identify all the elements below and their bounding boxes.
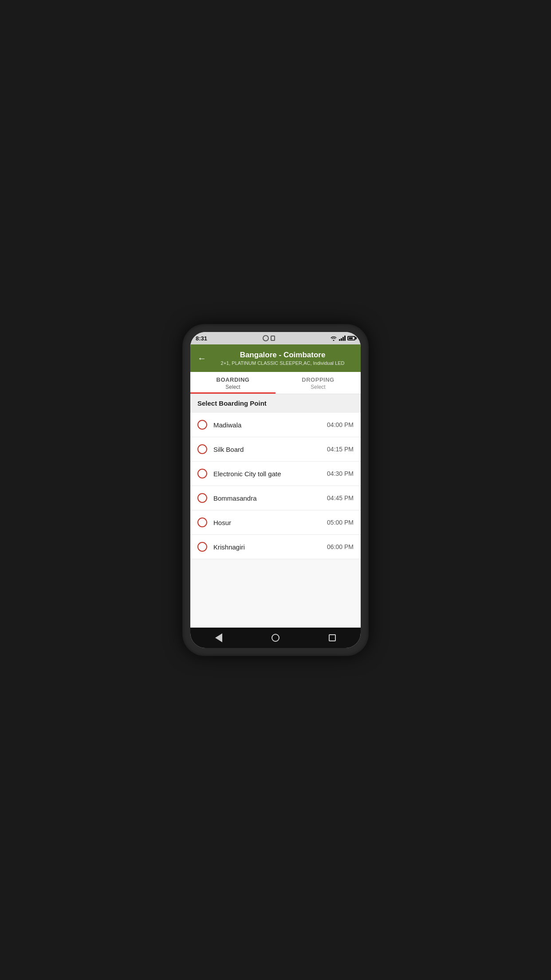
app-header: ← Bangalore - Coimbatore 2+1, PLATINUM C… <box>190 344 361 372</box>
nav-recent-button[interactable] <box>326 631 339 644</box>
boarding-point-name: Madiwala <box>213 421 327 429</box>
boarding-point-time: 05:00 PM <box>327 519 354 526</box>
wifi-icon <box>330 336 337 341</box>
nav-back-button[interactable] <box>212 631 225 644</box>
tab-dropping[interactable]: DROPPING Select <box>276 372 361 394</box>
boarding-point-time: 04:45 PM <box>327 494 354 502</box>
status-left-icons <box>263 335 275 341</box>
phone-frame: 8:31 <box>182 324 369 656</box>
lock-icon <box>271 336 275 341</box>
circle-icon <box>263 335 269 341</box>
boarding-point-name: Silk Board <box>213 446 327 453</box>
section-title: Select Boarding Point <box>197 399 267 407</box>
tab-boarding[interactable]: BOARDING Select <box>190 372 276 394</box>
radio-button[interactable] <box>197 493 207 503</box>
status-right-icons <box>330 336 355 341</box>
home-circle-icon <box>272 634 279 642</box>
radio-button[interactable] <box>197 469 207 478</box>
boarding-item[interactable]: Madiwala04:00 PM <box>190 413 361 437</box>
boarding-item[interactable]: Electronic City toll gate04:30 PM <box>190 462 361 486</box>
boarding-point-name: Hosur <box>213 519 327 526</box>
battery-icon <box>347 336 355 340</box>
phone-screen: 8:31 <box>190 332 361 648</box>
boarding-point-time: 04:15 PM <box>327 446 354 453</box>
tab-boarding-label: BOARDING <box>190 376 276 383</box>
section-header: Select Boarding Point <box>190 394 361 413</box>
back-button[interactable]: ← <box>197 353 206 364</box>
header-title-block: Bangalore - Coimbatore 2+1, PLATINUM CLA… <box>212 351 354 366</box>
boarding-point-time: 04:00 PM <box>327 421 354 428</box>
boarding-point-time: 06:00 PM <box>327 543 354 550</box>
boarding-item[interactable]: Krishnagiri06:00 PM <box>190 535 361 559</box>
boarding-point-name: Bommasandra <box>213 494 327 502</box>
bottom-nav <box>190 628 361 648</box>
header-main-title: Bangalore - Coimbatore <box>212 351 354 360</box>
recent-square-icon <box>329 634 336 641</box>
back-triangle-icon <box>215 633 222 642</box>
boarding-item[interactable]: Silk Board04:15 PM <box>190 437 361 462</box>
radio-button[interactable] <box>197 420 207 430</box>
boarding-point-name: Electronic City toll gate <box>213 470 327 478</box>
status-bar: 8:31 <box>190 332 361 344</box>
radio-button[interactable] <box>197 542 207 552</box>
signal-icon <box>339 336 346 341</box>
boarding-list: Madiwala04:00 PMSilk Board04:15 PMElectr… <box>190 413 361 559</box>
content-area: Select Boarding Point Madiwala04:00 PMSi… <box>190 394 361 628</box>
tab-dropping-sublabel: Select <box>276 384 361 390</box>
boarding-point-name: Krishnagiri <box>213 543 327 551</box>
battery-fill <box>349 337 353 339</box>
boarding-point-time: 04:30 PM <box>327 470 354 477</box>
nav-home-button[interactable] <box>269 631 282 644</box>
boarding-item[interactable]: Hosur05:00 PM <box>190 510 361 535</box>
tab-dropping-label: DROPPING <box>276 376 361 383</box>
boarding-item[interactable]: Bommasandra04:45 PM <box>190 486 361 510</box>
header-subtitle: 2+1, PLATINUM CLASSIC SLEEPER,AC, Indivi… <box>212 360 354 366</box>
status-time: 8:31 <box>196 335 207 342</box>
tab-boarding-sublabel: Select <box>190 384 276 390</box>
radio-button[interactable] <box>197 518 207 527</box>
radio-button[interactable] <box>197 444 207 454</box>
tabs-container: BOARDING Select DROPPING Select <box>190 372 361 394</box>
